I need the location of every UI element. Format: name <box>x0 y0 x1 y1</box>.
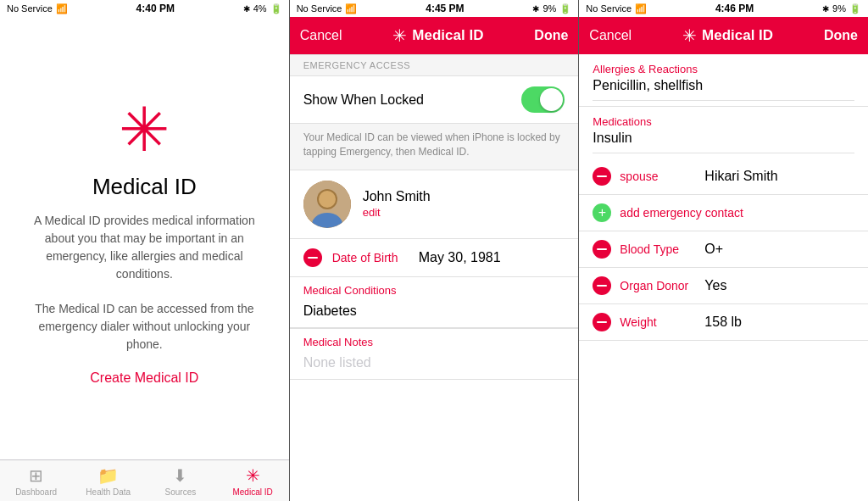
intro-desc2: The Medical ID can be accessed from the … <box>25 300 264 353</box>
avatar <box>303 181 351 228</box>
weight-row: Weight 158 lb <box>579 304 868 341</box>
battery-label-2: 9% <box>542 3 556 14</box>
time-1: 4:40 PM <box>136 3 175 14</box>
tab-health-data[interactable]: 📁 Health Data <box>72 460 144 501</box>
create-medical-id-link[interactable]: Create Medical ID <box>90 370 198 386</box>
done-button-2[interactable]: Done <box>534 28 568 43</box>
toggle-knob <box>540 88 563 111</box>
cancel-button-2[interactable]: Cancel <box>300 28 342 43</box>
bluetooth-icon-3: ✱ <box>822 4 829 14</box>
medical-id-tab-icon: ✳ <box>246 465 260 486</box>
intro-desc1: A Medical ID provides medical informatio… <box>25 212 264 283</box>
done-button-3[interactable]: Done <box>824 28 858 43</box>
tab-dashboard[interactable]: ⊞ Dashboard <box>0 460 72 501</box>
notes-placeholder: None listed <box>303 355 371 370</box>
medications-section: Medications Insulin <box>579 106 868 159</box>
add-contact-row[interactable]: add emergency contact <box>579 195 868 231</box>
allergies-label: Allergies & Reactions <box>593 63 854 75</box>
status-right-2: ✱ 9% 🔋 <box>532 3 571 14</box>
toggle-label: Show When Locked <box>303 92 424 108</box>
nav-bar-2: Cancel ✳ Medical ID Done <box>290 17 579 54</box>
wifi-icon-1: 📶 <box>56 3 68 14</box>
weight-minus-button[interactable] <box>593 313 611 331</box>
sources-icon: ⬇ <box>173 465 187 486</box>
no-service-label-1: No Service <box>7 3 53 14</box>
organ-donor-row: Organ Donor Yes <box>579 268 868 304</box>
nav-title-3: ✳ Medical ID <box>682 25 773 46</box>
weight-field-value: 158 lb <box>704 315 742 330</box>
sources-label: Sources <box>165 487 197 497</box>
dob-row: Date of Birth May 30, 1981 <box>290 239 579 277</box>
blood-type-row: Blood Type O+ <box>579 231 868 268</box>
status-bar-1: No Service 📶 4:40 PM ✱ 4% 🔋 <box>0 0 289 17</box>
time-3: 4:46 PM <box>715 3 754 14</box>
dashboard-label: Dashboard <box>15 487 57 497</box>
show-when-locked-toggle[interactable] <box>521 86 565 113</box>
spouse-field-label: spouse <box>620 170 696 183</box>
organ-donor-minus-button[interactable] <box>593 276 611 295</box>
add-contact-label[interactable]: add emergency contact <box>620 206 743 220</box>
dob-field-label: Date of Birth <box>332 251 409 264</box>
conditions-value: Diabetes <box>290 300 579 328</box>
notes-label: Medical Notes <box>303 336 565 348</box>
profile-info: John Smith edit <box>363 189 431 219</box>
status-left-2: No Service 📶 <box>297 3 358 14</box>
phone-panel-3: No Service 📶 4:46 PM ✱ 9% 🔋 Cancel ✳ Med… <box>579 0 868 501</box>
cancel-button-3[interactable]: Cancel <box>589 28 632 43</box>
status-bar-2: No Service 📶 4:45 PM ✱ 9% 🔋 <box>290 0 579 17</box>
spouse-minus-button[interactable] <box>593 167 611 186</box>
add-contact-plus-button[interactable] <box>593 203 611 222</box>
show-when-locked-row: Show When Locked <box>290 76 579 124</box>
notes-section-label-container: Medical Notes <box>290 328 579 352</box>
organ-donor-field-label: Organ Donor <box>620 279 696 292</box>
emergency-access-header: EMERGENCY ACCESS <box>290 54 579 76</box>
nav-asterisk-icon-2: ✳ <box>392 25 407 46</box>
status-bar-3: No Service 📶 4:46 PM ✱ 9% 🔋 <box>579 0 868 17</box>
dashboard-icon: ⊞ <box>29 465 43 486</box>
spouse-field-value: Hikari Smith <box>704 169 777 184</box>
dob-minus-button[interactable] <box>303 248 322 267</box>
profile-edit-link[interactable]: edit <box>363 206 431 219</box>
svg-point-3 <box>319 191 336 208</box>
phone-panel-1: No Service 📶 4:40 PM ✱ 4% 🔋 ✳ Medical ID… <box>0 0 290 501</box>
wifi-icon-3: 📶 <box>635 3 647 14</box>
conditions-label: Medical Conditions <box>303 284 565 297</box>
organ-donor-field-value: Yes <box>704 278 726 293</box>
intro-content: ✳ Medical ID A Medical ID provides medic… <box>0 17 289 501</box>
battery-label-3: 9% <box>832 3 846 14</box>
nav-title-label-3: Medical ID <box>702 27 773 44</box>
weight-field-label: Weight <box>620 315 696 329</box>
tab-sources[interactable]: ⬇ Sources <box>144 460 216 501</box>
battery-icon-1: 🔋 <box>270 3 282 14</box>
avatar-image <box>303 181 351 228</box>
dob-field-value[interactable]: May 30, 1981 <box>419 250 501 265</box>
battery-label-1: 4% <box>253 3 267 14</box>
blood-type-minus-button[interactable] <box>593 240 611 259</box>
wifi-icon-2: 📶 <box>345 3 357 14</box>
big-asterisk-icon: ✳ <box>119 99 170 160</box>
bluetooth-icon-1: ✱ <box>243 4 250 14</box>
panel2-scroll-content: EMERGENCY ACCESS Show When Locked Your M… <box>290 54 579 501</box>
status-left-1: No Service 📶 <box>7 3 68 14</box>
intro-title: Medical ID <box>92 174 197 200</box>
profile-name: John Smith <box>363 189 431 204</box>
status-right-3: ✱ 9% 🔋 <box>822 3 861 14</box>
nav-title-2: ✳ Medical ID <box>392 25 483 46</box>
time-2: 4:45 PM <box>426 3 464 14</box>
no-service-label-2: No Service <box>297 3 342 14</box>
spouse-row: spouse Hikari Smith <box>579 159 868 195</box>
medications-label: Medications <box>593 115 854 128</box>
nav-bar-3: Cancel ✳ Medical ID Done <box>579 17 868 54</box>
tab-bar-1: ⊞ Dashboard 📁 Health Data ⬇ Sources ✳ Me… <box>0 459 289 501</box>
toggle-hint-text: Your Medical ID can be viewed when iPhon… <box>290 124 579 170</box>
conditions-section-label-container: Medical Conditions <box>290 277 579 300</box>
nav-asterisk-icon-3: ✳ <box>682 25 697 46</box>
allergies-section: Allergies & Reactions Penicillin, shellf… <box>579 54 868 106</box>
blood-type-field-label: Blood Type <box>620 242 696 256</box>
bluetooth-icon-2: ✱ <box>532 4 539 14</box>
tab-medical-id[interactable]: ✳ Medical ID <box>217 460 289 501</box>
allergies-value: Penicillin, shellfish <box>593 78 854 101</box>
nav-title-label-2: Medical ID <box>412 27 483 44</box>
phone-panel-2: No Service 📶 4:45 PM ✱ 9% 🔋 Cancel ✳ Med… <box>290 0 580 501</box>
status-right-1: ✱ 4% 🔋 <box>243 3 282 14</box>
